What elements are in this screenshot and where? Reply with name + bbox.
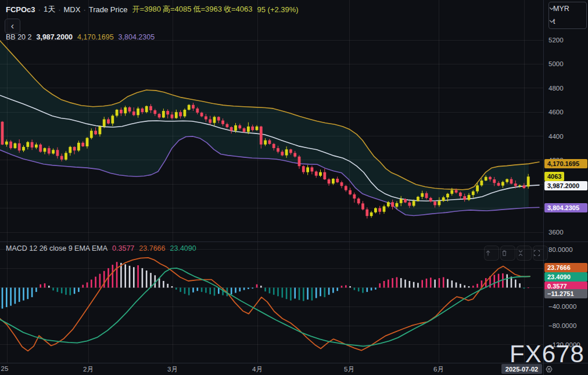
ohlc-item: 低=3963 — [193, 5, 222, 13]
bb-upper-price-label: 4,170.1695 — [544, 159, 587, 168]
collapse-icon — [517, 250, 524, 257]
price-axis-separator — [543, 0, 544, 375]
interval-label[interactable]: 1天 — [44, 4, 55, 15]
bb-upper-value: 4,170.1695 — [77, 33, 114, 41]
time-label-5月: 5月 — [344, 365, 354, 374]
symbol-header: FCPOc3 · 1天 · MDX · Trade Price 开=3980高=… — [6, 4, 299, 15]
arrow-up-icon — [485, 250, 492, 257]
chevron-down-icon — [549, 7, 554, 10]
macd-hist-value: 0.3577 — [112, 244, 134, 253]
time-label-25: 25 — [1, 365, 9, 372]
macd-tick: −80.0000 — [548, 322, 576, 330]
bb-lower-price-label: 3,804.2305 — [544, 203, 587, 212]
collapse-pane-button[interactable] — [517, 246, 532, 261]
price-tick-5000: 5000 — [548, 60, 564, 68]
axis-settings-button[interactable] — [544, 363, 588, 375]
price-axis[interactable]: 52005000480046004400420040003800360080.0… — [544, 0, 588, 375]
macd-tick: −40.0000 — [548, 302, 576, 311]
hexagon-settings-icon — [544, 365, 554, 374]
time-label-3月: 3月 — [167, 365, 178, 374]
exchange-label: MDX — [64, 5, 81, 14]
currency-dropdown[interactable]: MYR — [549, 2, 586, 15]
axis-tooltip-label: −11.2751 — [544, 289, 587, 298]
price-tick-4400: 4400 — [548, 132, 564, 140]
trading-chart-app: FCPOc3 · 1天 · MDX · Trade Price 开=3980高=… — [0, 0, 588, 375]
macd-chart-canvas[interactable] — [0, 242, 544, 363]
series-type-label: Trade Price — [89, 5, 128, 14]
last-price-label: 4063 — [544, 172, 564, 181]
chevron-down-icon — [549, 20, 554, 23]
bb-basis-value: 3,987.2000 — [36, 33, 73, 41]
macd-tick: −120.0000 — [548, 341, 580, 349]
macd-indicator-row[interactable]: MACD 12 26 close 9 EMA EMA 0.3577 23.766… — [6, 244, 196, 253]
price-tick-3600: 3600 — [548, 228, 564, 236]
ohlc-item: 收=4063 — [224, 5, 253, 13]
back-button[interactable]: ‹ — [5, 19, 20, 34]
last-date-label: 2025-07-02 — [501, 364, 542, 374]
time-label-6月: 6月 — [433, 365, 444, 374]
change-value: 95 (+2.39%) — [257, 5, 299, 14]
bb-indicator-row[interactable]: BB 20 2 3,987.2000 4,170.1695 3,804.2305 — [6, 33, 155, 41]
move-pane-up-button[interactable] — [484, 246, 499, 261]
maximize-icon — [533, 250, 540, 257]
ohlc-item: 高=4085 — [163, 5, 192, 13]
delete-pane-button[interactable] — [500, 246, 515, 261]
symbol-name[interactable]: FCPOc3 — [6, 5, 35, 14]
unit-dropdown[interactable]: t — [549, 15, 586, 28]
macd-label: MACD 12 26 close 9 EMA EMA — [6, 244, 107, 253]
macd-line-value: 23.7666 — [139, 244, 165, 253]
macd-line-value-label: 23.7666 — [544, 263, 587, 272]
macd-signal-value: 23.4090 — [170, 244, 196, 253]
bb-basis-price-label: 3,987.2000 — [544, 181, 587, 190]
currency-value: MYR — [553, 5, 569, 13]
maximize-pane-button[interactable] — [533, 246, 548, 261]
macd-tick: 80.0000 — [548, 246, 573, 254]
price-tick-5200: 5200 — [548, 36, 564, 44]
price-tick-4800: 4800 — [548, 84, 564, 92]
ohlc-item: 开=3980 — [132, 5, 161, 13]
signal-line-value-label: 23.4090 — [544, 272, 587, 282]
currency-unit-selector: MYR t — [548, 2, 587, 29]
time-label-4月: 4月 — [252, 365, 263, 374]
pane-separator[interactable] — [0, 241, 588, 242]
price-tick-4600: 4600 — [548, 108, 564, 116]
time-label-2月: 2月 — [83, 365, 94, 374]
bb-label: BB 20 2 — [6, 33, 31, 41]
ohlc-values: 开=3980高=4085低=3963收=4063 — [130, 4, 252, 15]
time-axis[interactable]: 252月3月4月5月6月 2025-07-02 — [0, 363, 588, 375]
chevron-left-icon: ‹ — [11, 21, 14, 31]
trash-icon — [501, 250, 508, 257]
bb-lower-value: 3,804.2305 — [119, 33, 155, 41]
